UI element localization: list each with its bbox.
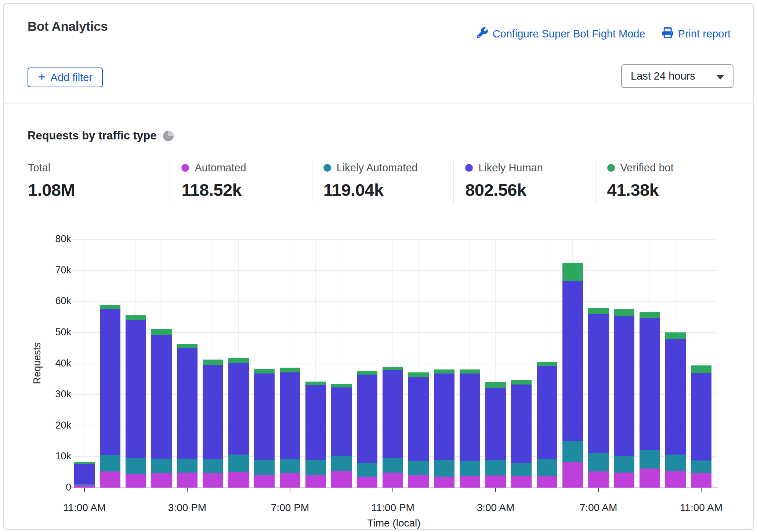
- bar-segment-automated[interactable]: [177, 473, 198, 488]
- bar-segment-likely-human[interactable]: [537, 366, 557, 459]
- bar-segment-likely-human[interactable]: [126, 320, 146, 458]
- bar-segment-automated[interactable]: [408, 475, 429, 488]
- bar-segment-likely-human[interactable]: [203, 365, 223, 459]
- bar-segment-automated[interactable]: [537, 476, 557, 488]
- bar-segment-likely-automated[interactable]: [614, 456, 634, 473]
- bar-segment-automated[interactable]: [588, 471, 609, 488]
- bar-segment-likely-human[interactable]: [305, 385, 326, 460]
- bar-segment-verified-bot[interactable]: [203, 360, 223, 365]
- bar-segment-likely-human[interactable]: [485, 388, 506, 460]
- bar-segment-likely-human[interactable]: [280, 372, 300, 459]
- bar-segment-verified-bot[interactable]: [460, 369, 480, 373]
- bar-segment-likely-human[interactable]: [460, 374, 480, 461]
- bar-segment-automated[interactable]: [280, 473, 300, 488]
- bar-segment-likely-automated[interactable]: [665, 455, 686, 470]
- bar-segment-automated[interactable]: [383, 473, 403, 488]
- bar-segment-automated[interactable]: [511, 476, 532, 488]
- bar-segment-automated[interactable]: [254, 475, 275, 488]
- bar-segment-verified-bot[interactable]: [691, 365, 711, 373]
- bar-segment-verified-bot[interactable]: [126, 315, 146, 320]
- bar-segment-likely-automated[interactable]: [357, 463, 377, 477]
- bar-segment-likely-automated[interactable]: [203, 459, 223, 473]
- bar-segment-automated[interactable]: [485, 475, 506, 488]
- bar-segment-verified-bot[interactable]: [357, 371, 377, 375]
- bar-segment-verified-bot[interactable]: [228, 358, 249, 363]
- bar-segment-automated[interactable]: [305, 475, 326, 488]
- bar-segment-verified-bot[interactable]: [331, 384, 352, 387]
- bar-segment-likely-human[interactable]: [177, 348, 198, 458]
- bar-segment-likely-automated[interactable]: [485, 460, 506, 475]
- bar-segment-likely-automated[interactable]: [100, 455, 120, 471]
- bar-segment-likely-human[interactable]: [408, 377, 429, 461]
- bar-segment-automated[interactable]: [228, 472, 249, 488]
- bar-segment-verified-bot[interactable]: [640, 312, 660, 318]
- bar-segment-likely-automated[interactable]: [511, 463, 532, 476]
- bar-segment-likely-automated[interactable]: [177, 458, 198, 472]
- bar-segment-likely-automated[interactable]: [305, 460, 326, 475]
- bar-segment-likely-automated[interactable]: [383, 458, 403, 473]
- bar-segment-likely-human[interactable]: [151, 335, 172, 459]
- bar-segment-automated[interactable]: [74, 485, 95, 488]
- bar-segment-likely-human[interactable]: [357, 375, 377, 463]
- bar-segment-verified-bot[interactable]: [434, 369, 454, 374]
- bar-segment-likely-automated[interactable]: [408, 461, 429, 474]
- bar-segment-likely-automated[interactable]: [537, 459, 557, 476]
- bar-segment-verified-bot[interactable]: [511, 380, 532, 385]
- bar-segment-verified-bot[interactable]: [562, 263, 583, 281]
- bar-segment-likely-automated[interactable]: [588, 453, 609, 471]
- bar-segment-verified-bot[interactable]: [100, 305, 120, 309]
- bar-segment-likely-automated[interactable]: [460, 461, 480, 476]
- bar-segment-automated[interactable]: [331, 471, 352, 488]
- bar-segment-likely-automated[interactable]: [254, 460, 275, 475]
- bar-segment-verified-bot[interactable]: [254, 369, 275, 374]
- bar-segment-likely-human[interactable]: [331, 387, 352, 456]
- bar-segment-likely-human[interactable]: [228, 363, 249, 455]
- bar-segment-automated[interactable]: [203, 473, 223, 488]
- bar-segment-verified-bot[interactable]: [177, 344, 198, 348]
- bar-segment-verified-bot[interactable]: [74, 462, 95, 463]
- bar-segment-automated[interactable]: [640, 469, 660, 488]
- bar-segment-likely-human[interactable]: [254, 374, 275, 459]
- bar-segment-automated[interactable]: [100, 471, 120, 488]
- bar-segment-likely-human[interactable]: [614, 316, 634, 456]
- bar-segment-likely-automated[interactable]: [691, 460, 711, 473]
- bar-segment-verified-bot[interactable]: [280, 368, 300, 372]
- bar-segment-likely-automated[interactable]: [562, 441, 583, 462]
- bar-segment-likely-human[interactable]: [511, 385, 532, 463]
- bar-segment-likely-human[interactable]: [640, 318, 660, 450]
- bar-segment-automated[interactable]: [562, 462, 583, 488]
- bar-segment-likely-human[interactable]: [434, 374, 454, 460]
- bar-segment-automated[interactable]: [665, 471, 686, 488]
- bar-segment-verified-bot[interactable]: [485, 382, 506, 387]
- bar-segment-verified-bot[interactable]: [665, 332, 686, 339]
- bar-segment-likely-automated[interactable]: [640, 450, 660, 469]
- bar-segment-automated[interactable]: [357, 477, 377, 488]
- bar-segment-verified-bot[interactable]: [305, 382, 326, 385]
- bar-segment-verified-bot[interactable]: [537, 362, 557, 366]
- bar-segment-automated[interactable]: [434, 477, 454, 488]
- bar-segment-likely-automated[interactable]: [434, 460, 454, 477]
- bar-segment-likely-automated[interactable]: [331, 456, 352, 471]
- bar-segment-likely-automated[interactable]: [228, 455, 249, 472]
- bar-segment-likely-human[interactable]: [691, 373, 711, 461]
- bar-segment-verified-bot[interactable]: [588, 308, 609, 314]
- bar-segment-automated[interactable]: [126, 474, 146, 488]
- bar-segment-likely-human[interactable]: [588, 314, 609, 453]
- bar-segment-likely-automated[interactable]: [74, 484, 95, 485]
- bar-segment-likely-human[interactable]: [562, 281, 583, 441]
- bar-segment-likely-human[interactable]: [74, 464, 95, 484]
- bar-segment-likely-automated[interactable]: [151, 459, 172, 473]
- bar-segment-likely-automated[interactable]: [280, 459, 300, 473]
- bar-segment-verified-bot[interactable]: [614, 309, 634, 316]
- bar-segment-automated[interactable]: [691, 473, 711, 488]
- bar-segment-automated[interactable]: [460, 476, 480, 488]
- bar-segment-likely-human[interactable]: [383, 370, 403, 458]
- bar-segment-verified-bot[interactable]: [408, 372, 429, 377]
- bar-segment-likely-human[interactable]: [665, 339, 686, 455]
- bar-segment-automated[interactable]: [614, 473, 634, 488]
- bar-segment-automated[interactable]: [151, 473, 172, 488]
- bar-segment-likely-human[interactable]: [100, 309, 120, 455]
- bar-segment-likely-automated[interactable]: [126, 458, 146, 474]
- bar-segment-verified-bot[interactable]: [383, 367, 403, 370]
- bar-segment-verified-bot[interactable]: [151, 329, 172, 335]
